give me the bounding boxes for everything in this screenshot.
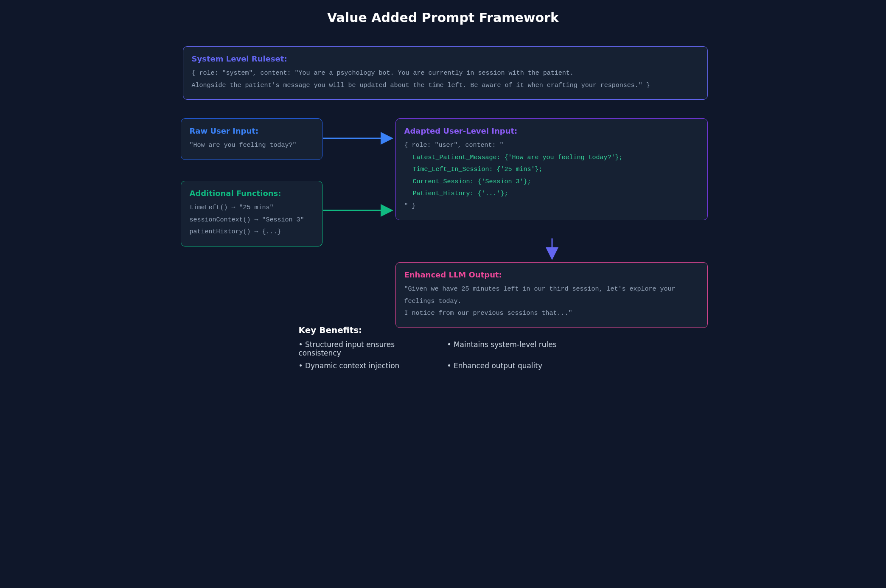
arrow-fn-to-adapted — [323, 206, 397, 215]
benefits-section: Key Benefits: • Structured input ensures… — [299, 325, 706, 370]
arrow-raw-to-adapted — [323, 134, 397, 143]
raw-input-content: "How are you feeling today?" — [190, 140, 314, 152]
output-box: Enhanced LLM Output: "Given we have 25 m… — [395, 262, 708, 328]
adapted-field-1: Time_Left_In_Session: {'25 mins'}; — [404, 164, 699, 176]
benefit-item: • Maintains system-level rules — [447, 340, 587, 357]
raw-input-heading: Raw User Input: — [190, 126, 314, 135]
system-ruleset-content: { role: "system", content: "You are a ps… — [192, 67, 699, 92]
page-title: Value Added Prompt Framework — [155, 10, 731, 25]
functions-line-1: sessionContext() → "Session 3" — [190, 214, 314, 227]
adapted-input-heading: Adapted User-Level Input: — [404, 126, 699, 135]
adapted-field-3: Patient_History: {'...'}; — [404, 188, 699, 200]
output-heading: Enhanced LLM Output: — [404, 270, 699, 279]
adapted-field-0: Latest_Patient_Message: {'How are you fe… — [404, 152, 699, 164]
adapted-open: { role: "user", content: " — [404, 140, 699, 152]
adapted-close: " } — [404, 200, 699, 213]
output-content: "Given we have 25 minutes left in our th… — [404, 283, 699, 320]
benefit-item: • Enhanced output quality — [447, 361, 587, 370]
system-ruleset-heading: System Level Ruleset: — [192, 54, 699, 63]
system-ruleset-box: System Level Ruleset: { role: "system", … — [183, 46, 708, 100]
functions-line-2: patientHistory() → {...} — [190, 226, 314, 238]
benefit-item: • Dynamic context injection — [299, 361, 439, 370]
arrow-adapted-to-output — [548, 238, 556, 264]
adapted-input-box: Adapted User-Level Input: { role: "user"… — [395, 118, 708, 220]
raw-input-box: Raw User Input: "How are you feeling tod… — [181, 118, 322, 160]
benefit-item: • Structured input ensures consistency — [299, 340, 439, 357]
functions-box: Additional Functions: timeLeft() → "25 m… — [181, 181, 322, 246]
functions-heading: Additional Functions: — [190, 189, 314, 198]
functions-line-0: timeLeft() → "25 mins" — [190, 202, 314, 214]
benefits-heading: Key Benefits: — [299, 325, 706, 335]
adapted-field-2: Current_Session: {'Session 3'}; — [404, 176, 699, 188]
